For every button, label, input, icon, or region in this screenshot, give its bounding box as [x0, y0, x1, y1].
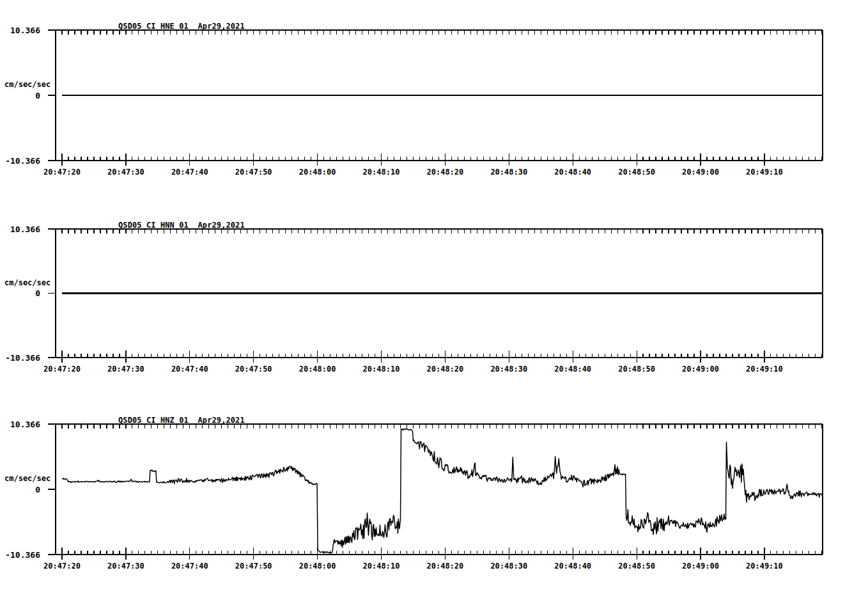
plot-title: QSD05_CI_HNN_01 Apr29,2021 [118, 221, 245, 229]
x-tick-label: 20:48:50 [618, 168, 655, 176]
y-tick-label-max: 10.366 [0, 225, 40, 233]
waveform-canvas [0, 0, 868, 591]
x-tick-label: 20:47:20 [43, 562, 81, 570]
y-axis-unit-label: cm/sec/sec [0, 81, 50, 88]
x-tick-label: 20:47:30 [107, 365, 144, 373]
x-tick-label: 20:48:00 [299, 168, 336, 176]
seismogram-panel: QSD05_CI_HNZ_01 Apr29,2021 10.366 cm/sec… [0, 0, 868, 591]
y-tick-label-min: -10.366 [0, 354, 40, 362]
y-axis-unit-label: cm/sec/sec [0, 475, 50, 482]
waveform-canvas [0, 0, 868, 591]
axis-major-ticks [62, 154, 764, 166]
x-tick-label: 20:48:40 [554, 365, 591, 373]
waveform-canvas [0, 0, 868, 591]
x-tick-label: 20:48:50 [618, 365, 655, 373]
x-tick-label: 20:48:00 [299, 562, 336, 570]
plot-frame [48, 229, 823, 358]
x-tick-label: 20:47:50 [235, 168, 272, 176]
x-tick-label: 20:49:10 [746, 168, 783, 176]
x-tick-label: 20:48:40 [554, 168, 591, 176]
x-tick-label: 20:48:30 [490, 365, 527, 373]
x-tick-label: 20:47:30 [107, 562, 144, 570]
x-tick-label: 20:49:00 [682, 562, 719, 570]
x-tick-label: 20:48:30 [490, 562, 527, 570]
x-tick-label: 20:48:10 [363, 168, 400, 176]
x-tick-label: 20:49:00 [682, 168, 719, 176]
x-tick-label: 20:49:10 [746, 562, 783, 570]
x-tick-label: 20:48:50 [618, 562, 655, 570]
x-tick-label: 20:48:00 [299, 365, 336, 373]
seismogram-panel: QSD05_CI_HNN_01 Apr29,2021 10.366 cm/sec… [0, 0, 868, 591]
axis-minor-ticks [62, 229, 822, 358]
y-axis-unit-label: cm/sec/sec [0, 279, 50, 287]
y-tick-label-zero: 0 [0, 91, 40, 100]
x-tick-label: 20:47:20 [43, 365, 81, 373]
x-tick-label: 20:48:20 [426, 365, 463, 373]
x-tick-label: 20:49:10 [746, 365, 783, 373]
axis-minor-ticks [62, 424, 822, 555]
x-tick-label: 20:48:20 [426, 168, 463, 176]
y-tick-label-min: -10.366 [0, 551, 40, 559]
x-tick-label: 20:47:30 [107, 168, 144, 176]
x-tick-label: 20:48:10 [363, 562, 400, 570]
y-tick-label-max: 10.366 [0, 420, 40, 429]
seismogram-panel: QSD05_CI_HNE_01 Apr29,2021 10.366 cm/sec… [0, 0, 868, 591]
x-tick-label: 20:49:00 [682, 365, 719, 373]
x-tick-label: 20:48:40 [554, 562, 591, 570]
plot-title: QSD05_CI_HNZ_01 Apr29,2021 [118, 416, 245, 424]
x-tick-label: 20:47:40 [171, 168, 208, 176]
y-tick-label-max: 10.366 [0, 26, 40, 35]
x-tick-label: 20:47:50 [235, 365, 272, 373]
x-tick-label: 20:47:40 [171, 365, 208, 373]
y-tick-label-min: -10.366 [0, 157, 40, 165]
plot-frame [48, 424, 823, 555]
x-tick-label: 20:47:50 [235, 562, 272, 570]
axis-minor-ticks [62, 30, 822, 161]
axis-major-ticks [62, 351, 764, 363]
plot-frame [48, 30, 823, 161]
x-tick-label: 20:48:30 [490, 168, 527, 176]
waveform-trace-hnz [62, 429, 823, 553]
y-tick-label-zero: 0 [0, 485, 40, 494]
x-tick-label: 20:47:20 [43, 168, 81, 176]
x-tick-label: 20:48:20 [426, 562, 463, 570]
x-tick-label: 20:48:10 [363, 365, 400, 373]
axis-major-ticks [62, 548, 764, 560]
seismogram-viewer: QSD05_CI_HNE_01 Apr29,2021 10.366 cm/sec… [0, 0, 868, 591]
x-tick-label: 20:47:40 [171, 562, 208, 570]
plot-title: QSD05_CI_HNE_01 Apr29,2021 [118, 22, 245, 30]
y-tick-label-zero: 0 [0, 289, 40, 297]
